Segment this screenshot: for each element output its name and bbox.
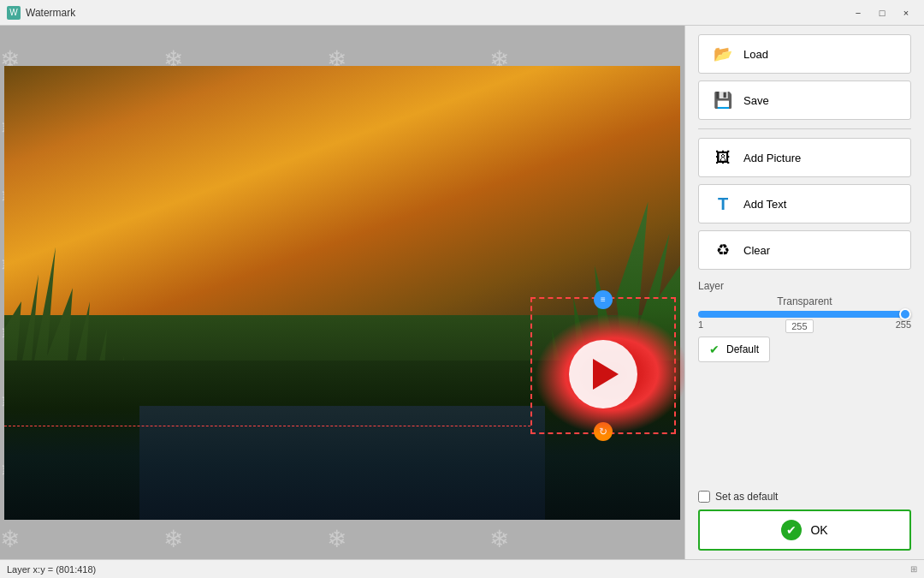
close-button[interactable]: × <box>895 4 917 21</box>
save-button[interactable]: 💾 Save <box>698 80 911 120</box>
default-button[interactable]: ✔ Default <box>698 337 770 362</box>
image-container <box>4 66 680 520</box>
app-title: Watermark <box>26 7 847 19</box>
window-controls: − □ × <box>847 4 917 21</box>
ok-label: OK <box>810 523 827 537</box>
sky-layer <box>4 66 680 316</box>
statusbar: Layer x:y = (801:418) ⊞ <box>0 559 924 578</box>
youtube-watermark[interactable] <box>535 306 672 434</box>
main-area: 📂 Load 💾 Save 🖼 Add Picture T Add Text ♻… <box>0 26 924 559</box>
load-label: Load <box>743 48 768 61</box>
layer-section: Layer Transparent 1 255 255 ✔ Default <box>698 280 911 362</box>
maximize-button[interactable]: □ <box>871 4 893 21</box>
transparency-slider-container: 1 255 255 <box>698 311 911 333</box>
load-icon: 📂 <box>711 42 735 66</box>
add-text-label: Add Text <box>743 198 786 211</box>
default-label: Default <box>726 343 759 355</box>
minimize-button[interactable]: − <box>847 4 869 21</box>
transparent-label: Transparent <box>698 295 911 307</box>
right-panel: 📂 Load 💾 Save 🖼 Add Picture T Add Text ♻… <box>684 26 924 559</box>
load-button[interactable]: 📂 Load <box>698 34 911 74</box>
app-icon: W <box>7 6 21 20</box>
water-reflection <box>139 406 545 520</box>
clear-button[interactable]: ♻ Clear <box>698 230 911 270</box>
castle-image <box>4 66 680 520</box>
clear-label: Clear <box>743 244 770 257</box>
titlebar: W Watermark − □ × <box>0 0 924 26</box>
set-default-label: Set as default <box>715 491 778 503</box>
transparency-slider[interactable] <box>698 311 911 318</box>
slider-max-value: 255 <box>896 319 911 333</box>
slider-values: 1 255 255 <box>698 319 911 333</box>
ok-checkmark-icon: ✔ <box>781 520 802 540</box>
layer-section-label: Layer <box>698 280 911 292</box>
resize-handle[interactable]: ⊞ <box>910 564 917 574</box>
ok-button[interactable]: ✔ OK <box>698 509 911 551</box>
slider-min-value: 1 <box>698 319 703 333</box>
set-default-checkbox[interactable] <box>698 491 710 503</box>
add-picture-label: Add Picture <box>743 152 801 164</box>
add-text-icon: T <box>711 192 735 216</box>
save-label: Save <box>743 94 769 107</box>
clear-icon: ♻ <box>711 238 735 262</box>
slider-thumb[interactable] <box>899 308 911 320</box>
canvas-area[interactable] <box>0 26 684 559</box>
play-button-icon <box>569 340 637 408</box>
dashed-guide-line <box>4 426 530 426</box>
add-picture-button[interactable]: 🖼 Add Picture <box>698 138 911 177</box>
add-picture-icon: 🖼 <box>711 146 735 170</box>
coords-label: Layer x:y = (801:418) <box>7 564 96 575</box>
add-text-button[interactable]: T Add Text <box>698 184 911 223</box>
set-as-default-row: Set as default <box>698 491 911 503</box>
separator-1 <box>698 128 911 129</box>
default-icon: ✔ <box>709 343 720 356</box>
slider-mid-value: 255 <box>785 319 813 333</box>
save-icon: 💾 <box>711 88 735 112</box>
